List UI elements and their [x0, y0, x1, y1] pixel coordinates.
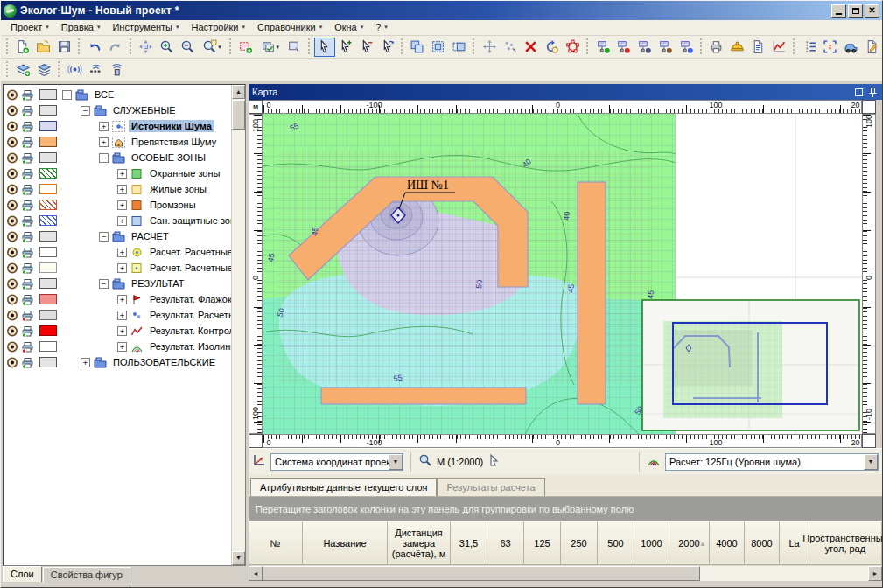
add-layer-button[interactable]: [12, 60, 33, 80]
group-by-panel[interactable]: Перетащите заголовок колонки на эту пане…: [249, 497, 882, 522]
pan-button[interactable]: [136, 38, 157, 57]
layers-button[interactable]: [33, 60, 54, 80]
menu-7[interactable]: ?▾: [369, 21, 394, 34]
layer-label[interactable]: Результат. Изолинии: [147, 340, 231, 353]
toolbar-grip[interactable]: [585, 38, 590, 56]
zoom-out-button[interactable]: [177, 38, 198, 57]
vehicle-button[interactable]: [841, 38, 862, 57]
notes-button[interactable]: [861, 38, 882, 57]
tree-row[interactable]: +Источники Шума: [4, 118, 231, 134]
remove-selection-button[interactable]: [356, 38, 377, 57]
column-header-125[interactable]: 125: [524, 522, 561, 565]
expand-icon[interactable]: +: [117, 185, 127, 194]
layer-color-swatch[interactable]: [39, 168, 57, 178]
expand-icon[interactable]: +: [117, 169, 127, 178]
zoom-scale-button[interactable]: ▾: [198, 38, 226, 57]
visibility-eye-icon[interactable]: [6, 152, 19, 164]
point-fill-button[interactable]: [655, 38, 676, 57]
minimize-button[interactable]: [831, 4, 846, 18]
figure-style-button[interactable]: ▾: [256, 38, 284, 57]
column-header-1000[interactable]: 1000: [634, 522, 669, 565]
print-layer-icon[interactable]: [21, 278, 36, 290]
tree-scrollbar[interactable]: ▲ ▼: [231, 85, 245, 565]
grid-hscrollbar[interactable]: ◄ ►: [249, 565, 882, 581]
tree-row[interactable]: +Препятствия Шуму: [4, 134, 231, 150]
expand-icon[interactable]: +: [117, 342, 127, 352]
menu-5[interactable]: Справочники▾: [251, 21, 328, 34]
visibility-eye-icon[interactable]: [6, 168, 19, 179]
visibility-eye-icon[interactable]: [6, 215, 19, 227]
print-layer-icon[interactable]: [21, 136, 36, 148]
expand-icon[interactable]: +: [81, 358, 90, 368]
visibility-eye-icon[interactable]: [6, 105, 19, 116]
layer-color-swatch[interactable]: [39, 294, 57, 304]
layer-label[interactable]: Расчет. Расчетные пл...: [147, 262, 231, 274]
print-layer-icon[interactable]: [21, 168, 36, 179]
expand-icon[interactable]: +: [117, 263, 127, 273]
open-project-button[interactable]: [33, 38, 54, 57]
tree-row[interactable]: −РАСЧЕТ: [4, 228, 231, 244]
layer-label[interactable]: Сан. защитные зоны: [147, 214, 231, 227]
visibility-eye-icon[interactable]: [6, 184, 19, 195]
expand-icon[interactable]: +: [117, 200, 127, 210]
tree-row[interactable]: −СЛУЖЕБНЫЕ: [4, 102, 231, 118]
panel-tab-слои[interactable]: Слои: [3, 566, 42, 582]
layer-color-swatch[interactable]: [39, 262, 57, 273]
close-button[interactable]: ✕: [865, 4, 879, 18]
toolbar-grip[interactable]: [57, 61, 61, 79]
layer-color-swatch[interactable]: [39, 326, 57, 336]
column-header-8000[interactable]: 8000: [745, 522, 780, 565]
scroll-up-icon[interactable]: ▲: [232, 85, 245, 99]
print-layer-icon[interactable]: [21, 247, 36, 258]
dropdown-arrow-icon[interactable]: ▼: [389, 454, 403, 470]
tree-row[interactable]: +Промзоны: [4, 197, 231, 213]
tree-row[interactable]: +Охранные зоны: [4, 165, 231, 181]
point-view-button[interactable]: [634, 38, 655, 57]
layer-label[interactable]: ОСОБЫЕ ЗОНЫ: [129, 151, 208, 164]
expand-icon[interactable]: +: [117, 311, 127, 320]
redo-button[interactable]: [105, 38, 126, 57]
layer-color-swatch[interactable]: [39, 200, 57, 210]
column-header-2000[interactable]: 2000▲: [669, 522, 710, 565]
print-layer-icon[interactable]: [21, 215, 36, 227]
layer-label[interactable]: Охранные зоны: [147, 167, 222, 179]
expand-icon[interactable]: +: [117, 295, 127, 304]
print-layer-icon[interactable]: [21, 152, 36, 164]
layer-color-swatch[interactable]: [39, 341, 57, 352]
result-combobox[interactable]: Расчет: 125Гц (Уровни шума) ▼: [665, 453, 879, 471]
visibility-eye-icon[interactable]: [6, 278, 19, 290]
visibility-eye-icon[interactable]: [6, 326, 19, 337]
print-layer-icon[interactable]: [21, 310, 36, 321]
scroll-down-icon[interactable]: ▼: [232, 551, 245, 565]
undo-button[interactable]: [84, 38, 105, 57]
toolbar-grip[interactable]: [129, 38, 133, 56]
tree-row[interactable]: −ОСОБЫЕ ЗОНЫ: [4, 150, 231, 165]
tree-row[interactable]: +Расчет. Расчетные пл...: [4, 260, 231, 276]
print-button[interactable]: [706, 38, 727, 57]
layer-color-swatch[interactable]: [39, 357, 57, 368]
point-remove-button[interactable]: [613, 38, 634, 57]
layer-color-swatch[interactable]: [39, 121, 57, 131]
overview-inset[interactable]: [642, 300, 859, 430]
pick-figure-button[interactable]: [284, 38, 305, 57]
expand-icon[interactable]: +: [117, 248, 127, 257]
building-bottom[interactable]: [321, 388, 526, 404]
layer-label[interactable]: ПОЛЬЗОВАТЕЛЬСКИЕ: [110, 356, 218, 368]
layer-color-swatch[interactable]: [39, 215, 57, 226]
tree-row[interactable]: −ВСЕ: [4, 87, 231, 102]
scroll-right-icon[interactable]: ►: [868, 566, 882, 581]
print-layer-icon[interactable]: [21, 121, 36, 132]
print-layer-icon[interactable]: [21, 326, 36, 337]
maximize-button[interactable]: [848, 4, 863, 18]
noise-source-tool-button[interactable]: [64, 60, 85, 80]
expand-icon[interactable]: +: [117, 326, 127, 336]
move-selection-button[interactable]: [376, 38, 397, 57]
collapse-icon[interactable]: −: [62, 90, 72, 100]
layer-label[interactable]: РЕЗУЛЬТАТ: [129, 277, 186, 290]
move-nodes-button[interactable]: [479, 38, 500, 57]
visibility-eye-icon[interactable]: [6, 89, 19, 101]
layer-label[interactable]: Жилые зоны: [147, 183, 209, 195]
panel-tab-свойства-фигур[interactable]: Свойства фигур: [43, 567, 130, 583]
edit-polygon-button[interactable]: [562, 38, 583, 57]
barrier-tool-button[interactable]: [85, 60, 106, 80]
